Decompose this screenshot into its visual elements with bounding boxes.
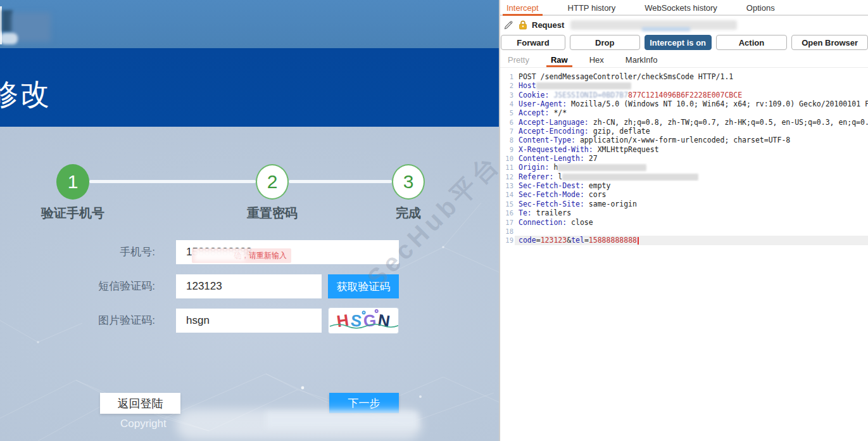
burp-tab-intercept[interactable]: Intercept [503,0,543,16]
header-name: code [519,236,536,245]
line-number: 11 [500,163,515,172]
http-line-text: code=123123&tel=15888888888 [515,236,868,245]
pencil-edit-icon[interactable] [503,20,514,30]
text-segment: */* [553,108,567,117]
red-value: 123123 [541,236,567,245]
http-line-text: POST /sendMessageController/checkSmsCode… [515,72,868,81]
sms-code-input[interactable] [176,274,322,298]
http-line-19[interactable]: 19code=123123&tel=15888888888 [500,236,868,245]
line-number: 4 [500,99,515,108]
http-line-text: Connection: close [515,218,868,227]
red-value: 15888888888 [589,236,637,245]
http-line-text: Accept-Language: zh-CN, zh;q=0.8, zh-TW;… [515,118,868,127]
site-logo-redacted [0,33,18,44]
step-connector [89,180,256,183]
step-label-1: 验证手机号 [9,205,136,222]
http-line-3[interactable]: 3Cookie: JSESSIONID=0BD7B7877C1214096B6F… [500,91,868,99]
http-line-8[interactable]: 8Content-Type: application/x-www-form-ur… [500,136,868,144]
http-line-1[interactable]: 1POST /sendMessageController/checkSmsCod… [500,72,868,81]
http-line-text: Content-Type: application/x-www-form-url… [515,136,868,144]
http-line-4[interactable]: 4User-Agent: Mozilla/5.0 (Windows NT 10.… [500,99,868,108]
redaction-blur [642,27,690,31]
open-browser-button[interactable]: Open Browser [791,35,868,50]
burp-tab-websockets-history[interactable]: WebSockets history [641,0,721,16]
line-number: 19 [500,236,515,245]
redaction-blur [558,164,646,171]
drop-button[interactable]: Drop [570,35,640,50]
text-segment: gzip, deflate [593,127,650,136]
http-line-6[interactable]: 6Accept-Language: zh-CN, zh;q=0.8, zh-TW… [500,118,868,127]
burp-tab-options[interactable]: Options [743,0,779,16]
get-sms-code-button[interactable]: 获取验证码 [328,274,399,298]
captcha-image[interactable]: HSGN [328,307,399,334]
redaction-blur [536,82,631,89]
http-line-14[interactable]: 14Sec-Fetch-Mode: cors [500,190,868,199]
http-line-13[interactable]: 13Sec-Fetch-Dest: empty [500,181,868,190]
captcha-circle-mark [375,309,379,314]
burp-tab-http-history[interactable]: HTTP history [564,0,620,16]
text-segment: XMLHttpRequest [598,145,659,154]
copyright-text: Copyright [120,418,167,430]
text-segment: l [558,172,562,181]
http-line-text: Sec-Fetch-Dest: empty [515,181,868,190]
text-segment: = [536,236,541,245]
step-label-2: 重置密码 [209,205,336,222]
http-line-12[interactable]: 12Referer: l [500,172,868,181]
step-circle-2: 2 [256,164,289,200]
step-label-3: 完成 [345,205,472,222]
line-number: 13 [500,181,515,190]
line-number: 1 [500,72,515,81]
http-line-16[interactable]: 16Te: trailers [500,208,868,217]
http-line-text: Sec-Fetch-Site: same-origin [515,200,868,208]
header-name: Te: [519,208,536,217]
redaction-blur [562,174,698,181]
back-to-login-button[interactable]: 返回登陆 [100,393,180,414]
http-line-7[interactable]: 7Accept-Encoding: gzip, deflate [500,127,868,136]
intercept-is-on-button[interactable]: Intercept is on [645,35,712,50]
http-line-10[interactable]: 10Content-Length: 27 [500,154,868,163]
text-segment: Mozilla/5.0 (Windows NT 10.0; Win64; x64… [571,99,868,108]
view-tab-hex[interactable]: Hex [585,53,608,67]
action-button[interactable]: Action [716,35,788,50]
http-line-text: Cookie: JSESSIONID=0BD7B7877C1214096B6F2… [515,91,868,99]
raw-request-editor[interactable]: 1POST /sendMessageController/checkSmsCod… [500,72,868,441]
screen: 修改 [0,0,868,441]
page-content: 1验证手机号2重置密码3完成 手机号: 确，请重新输入 短信验证码: 获取验证码… [0,127,500,441]
http-line-text: Host [515,81,868,90]
http-line-2[interactable]: 2Host [500,81,868,90]
burp-tab-bar: InterceptHTTP historyWebSockets historyO… [500,0,868,16]
captcha-input[interactable] [176,309,322,333]
http-line-18[interactable]: 18 [500,227,868,236]
http-line-15[interactable]: 15Sec-Fetch-Site: same-origin [500,200,868,208]
line-number: 5 [500,108,515,117]
text-segment: h [553,163,558,172]
captcha-label: 图片验证码: [28,309,155,333]
header-name: Host [519,81,536,90]
sms-code-label: 短信验证码: [28,274,155,298]
header-name: User-Agent: [519,99,571,108]
page-title: 修改 [0,75,51,114]
http-line-text: User-Agent: Mozilla/5.0 (Windows NT 10.0… [515,99,868,108]
redaction-blur [194,250,245,261]
forward-button[interactable]: Forward [501,35,565,50]
text-segment: zh-CN, zh;q=0.8, zh-TW;q=0.7, zh-HK;q=0.… [593,118,868,127]
http-line-11[interactable]: 11Origin: h [500,163,868,172]
view-tab-raw[interactable]: Raw [546,53,572,67]
header-name: Sec-Fetch-Mode: [519,190,589,199]
http-line-9[interactable]: 9X-Requested-With: XMLHttpRequest [500,145,868,154]
http-line-5[interactable]: 5Accept: */* [500,108,868,117]
http-line-17[interactable]: 17Connection: close [500,218,868,227]
page-topbar [0,0,500,48]
line-number: 14 [500,190,515,199]
intercept-action-row: ForwardDropIntercept is onActionOpen Bro… [500,34,868,53]
step-circle-3: 3 [392,164,425,200]
burp-intercept-panel: InterceptHTTP historyWebSockets historyO… [500,0,868,441]
line-number: 17 [500,218,515,227]
view-tab-markinfo[interactable]: MarkInfo [621,53,662,67]
text-segment: application/x-www-form-urlencoded; chars… [580,136,790,144]
line-number: 9 [500,145,515,154]
line-number: 15 [500,200,515,208]
view-tab-pretty[interactable]: Pretty [503,53,534,67]
request-label: Request [532,20,564,30]
header-name: Referer: [519,172,558,181]
